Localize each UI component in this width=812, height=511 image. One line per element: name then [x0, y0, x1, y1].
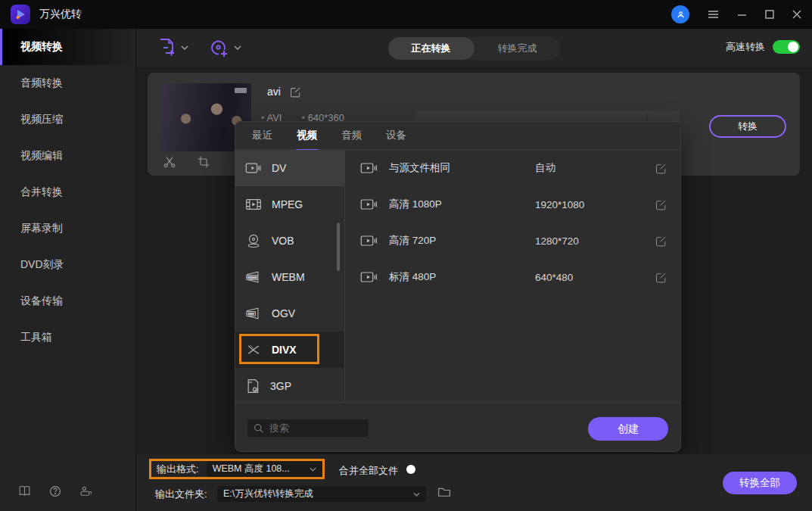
bottom-bar: 输出格式: WEBM 高度 108... 合并全部文件 输出文件夹: E:\万兴…: [136, 454, 812, 511]
guide-book-icon[interactable]: [18, 485, 31, 497]
sidebar: 视频转换 音频转换 视频压缩 视频编辑 合并转换 屏幕录制 DVD刻录 设备传输…: [0, 29, 136, 511]
rename-edit-icon[interactable]: [290, 86, 301, 98]
annotation-highlight-divx: [239, 334, 319, 364]
webm-badge-icon: WEBM: [245, 270, 262, 284]
sidebar-item-video-convert[interactable]: 视频转换: [0, 29, 135, 65]
add-file-button[interactable]: [157, 38, 188, 58]
videocam-icon: [360, 270, 378, 284]
preset-edit-icon[interactable]: [655, 163, 667, 174]
minimize-icon[interactable]: [737, 10, 747, 20]
output-format-label: 输出格式:: [157, 463, 199, 476]
3gp-file-icon: [245, 379, 260, 394]
panel-tab-video[interactable]: 视频: [297, 122, 317, 150]
videocam-icon: [360, 161, 378, 175]
panel-tab-recent[interactable]: 最近: [252, 122, 272, 150]
preset-edit-icon[interactable]: [655, 235, 667, 247]
sidebar-item-video-edit[interactable]: 视频编辑: [0, 138, 135, 174]
sidebar-item-device-transfer[interactable]: 设备传输: [0, 283, 135, 319]
panel-tab-device[interactable]: 设备: [386, 122, 406, 150]
ogv-badge-icon: OGV: [245, 307, 262, 320]
svg-text:WEBM: WEBM: [247, 276, 257, 279]
format-list: DV MPEG VOB: [235, 150, 345, 402]
dvd-disc-icon: [245, 233, 262, 248]
titlebar: 万兴优转: [0, 0, 812, 29]
sidebar-item-merge-convert[interactable]: 合并转换: [0, 174, 135, 210]
format-item-mpeg[interactable]: MPEG: [235, 186, 344, 223]
output-folder-select[interactable]: E:\万兴优转\转换完成: [217, 486, 426, 502]
hamburger-icon[interactable]: [708, 10, 719, 19]
format-item-vob[interactable]: VOB: [235, 223, 344, 259]
create-button[interactable]: 创建: [588, 417, 668, 441]
format-list-scrollbar[interactable]: [337, 223, 340, 271]
convert-button[interactable]: 转换: [709, 115, 786, 138]
preset-hd-1080p[interactable]: 高清 1080P 1920*1080: [345, 186, 680, 223]
convert-all-button[interactable]: 转换全部: [723, 472, 797, 494]
annotation-highlight-output-format: 输出格式: WEBM 高度 108...: [149, 459, 325, 479]
open-folder-icon[interactable]: [437, 486, 451, 497]
toolbar: 正在转换 转换完成 高速转换: [136, 29, 812, 68]
trim-scissors-icon[interactable]: [163, 156, 176, 168]
maximize-icon[interactable]: [765, 10, 774, 19]
app-logo-icon: [11, 5, 30, 24]
main-area: 正在转换 转换完成 高速转换 avi: [136, 29, 812, 511]
merge-all-label: 合并全部文件: [339, 464, 398, 478]
add-disc-button[interactable]: [209, 38, 241, 58]
sidebar-item-video-compress[interactable]: 视频压缩: [0, 101, 135, 138]
videocam-icon: [360, 234, 378, 248]
fast-convert-label: 高速转换: [726, 40, 765, 54]
chevron-down-icon: [181, 45, 188, 50]
fast-convert-toggle[interactable]: [773, 40, 800, 54]
support-icon[interactable]: [79, 485, 92, 497]
preset-same-as-source[interactable]: 与源文件相同 自动: [345, 150, 680, 186]
format-item-3gp[interactable]: 3GP: [235, 368, 344, 402]
format-panel-tabs: 最近 视频 音频 设备: [235, 122, 680, 150]
help-icon[interactable]: [49, 485, 61, 497]
format-item-dv[interactable]: DV: [235, 150, 344, 186]
preset-edit-icon[interactable]: [655, 272, 667, 283]
app-title: 万兴优转: [39, 8, 82, 21]
panel-tab-audio[interactable]: 音频: [341, 122, 362, 150]
convert-status-tabs: 正在转换 转换完成: [388, 37, 561, 60]
format-item-divx[interactable]: DIVX: [235, 332, 344, 368]
sidebar-item-toolbox[interactable]: 工具箱: [0, 319, 135, 356]
file-name: avi: [267, 86, 281, 98]
svg-text:OGV: OGV: [247, 312, 254, 316]
preset-sd-480p[interactable]: 标清 480P 640*480: [345, 259, 680, 295]
tab-converting[interactable]: 正在转换: [388, 37, 474, 60]
format-item-webm[interactable]: WEBM WEBM: [235, 259, 344, 295]
preset-edit-icon[interactable]: [655, 199, 667, 210]
chevron-down-icon: [310, 467, 316, 472]
sidebar-item-audio-convert[interactable]: 音频转换: [0, 65, 135, 101]
search-icon: [254, 423, 263, 433]
output-format-select[interactable]: WEBM 高度 108...: [207, 461, 322, 477]
mpeg-film-icon: [245, 198, 262, 211]
preset-list: 与源文件相同 自动 高清 1080P 1920*10: [345, 150, 680, 402]
sidebar-item-dvd-burn[interactable]: DVD刻录: [0, 247, 135, 283]
sidebar-item-screen-record[interactable]: 屏幕录制: [0, 210, 135, 247]
preset-hd-720p[interactable]: 高清 720P 1280*720: [345, 223, 680, 259]
user-avatar[interactable]: [671, 5, 689, 23]
chevron-down-icon: [234, 45, 241, 50]
format-search-box: [247, 419, 369, 437]
chevron-down-icon: [413, 492, 420, 497]
crop-icon[interactable]: [198, 156, 210, 168]
videocam-icon: [360, 198, 378, 211]
dv-camera-icon: [245, 161, 262, 175]
close-icon[interactable]: [792, 10, 801, 19]
format-dropdown-panel: 最近 视频 音频 设备 DV: [235, 121, 681, 452]
search-input[interactable]: [269, 422, 353, 434]
tab-converted[interactable]: 转换完成: [474, 37, 561, 60]
format-item-ogv[interactable]: OGV OGV: [235, 295, 344, 332]
output-folder-label: 输出文件夹:: [155, 488, 207, 501]
